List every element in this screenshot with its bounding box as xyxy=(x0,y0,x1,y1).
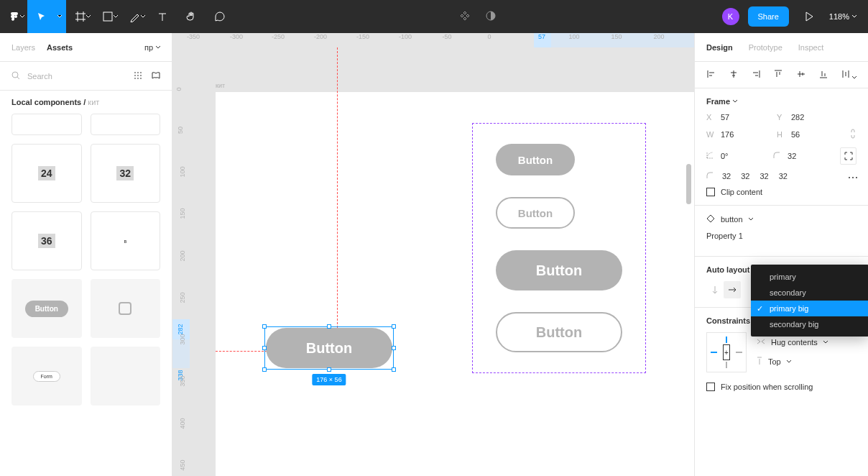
variant-secondary-big[interactable]: Button xyxy=(496,312,622,352)
pages-dropdown[interactable]: пр xyxy=(144,43,160,52)
mask-icon[interactable] xyxy=(485,10,497,23)
vertical-ruler: 0 50 100 150 200 250 282 338 300 350 400… xyxy=(172,47,190,476)
library-icon[interactable] xyxy=(151,71,161,81)
asset-card-32[interactable]: 32 xyxy=(91,144,161,203)
instance-icon xyxy=(706,214,715,224)
asset-card-b[interactable]: в xyxy=(91,211,161,270)
svg-point-5 xyxy=(856,177,857,178)
x-field[interactable]: X57 xyxy=(706,113,771,122)
present-button[interactable] xyxy=(798,12,821,22)
asset-card-square[interactable] xyxy=(91,279,161,338)
menu-chevron-icon[interactable] xyxy=(20,15,27,18)
asset-card-empty[interactable] xyxy=(91,347,161,406)
selection-handle[interactable] xyxy=(392,324,396,329)
tab-prototype[interactable]: Prototype xyxy=(749,43,782,52)
asset-card-36[interactable]: 36 xyxy=(11,211,82,270)
align-vcenter-icon[interactable] xyxy=(796,69,806,81)
canvas-scrollbar[interactable] xyxy=(686,164,691,204)
variant-secondary[interactable]: Button xyxy=(496,197,575,229)
h-field[interactable]: H56 xyxy=(777,130,841,139)
dropdown-option-secondary-big[interactable]: secondary big xyxy=(751,316,868,332)
search-input[interactable] xyxy=(26,71,128,81)
rotation-field[interactable]: 0° xyxy=(706,152,767,160)
constraint-v-dropdown[interactable]: Top xyxy=(757,357,828,367)
hand-tool-button[interactable] xyxy=(177,0,206,33)
shape-chevron-icon[interactable] xyxy=(114,15,121,18)
asset-card-24[interactable]: 24 xyxy=(11,144,82,203)
user-avatar[interactable]: K xyxy=(722,8,739,25)
selection-handle[interactable] xyxy=(327,324,331,329)
tab-layers[interactable]: Layers xyxy=(11,43,35,52)
al-direction-down[interactable] xyxy=(706,281,724,298)
search-icon xyxy=(11,71,20,81)
zoom-control[interactable]: 118% xyxy=(829,12,857,21)
frame-dropdown[interactable]: Frame xyxy=(706,97,857,106)
asset-card-button[interactable]: Button xyxy=(11,279,82,338)
move-chevron-icon[interactable] xyxy=(56,0,66,33)
constraints-widget[interactable]: + xyxy=(706,332,747,372)
property-label: Property 1 xyxy=(706,232,743,240)
y-field[interactable]: Y282 xyxy=(777,113,841,122)
link-wh-icon[interactable] xyxy=(849,129,857,140)
angle-icon xyxy=(706,152,716,160)
left-panel: Layers Assets пр Local components / кит … xyxy=(0,33,172,476)
selection-handle[interactable] xyxy=(262,367,267,372)
variant-primary-big[interactable]: Button xyxy=(496,250,622,290)
resize-h-dropdown[interactable]: Hug contents xyxy=(757,338,828,347)
tab-inspect[interactable]: Inspect xyxy=(798,43,823,52)
clip-content-checkbox[interactable]: Clip content xyxy=(706,188,857,196)
corner-field[interactable]: 32 xyxy=(773,152,834,160)
independent-corners-button[interactable] xyxy=(840,147,857,165)
selection-handle[interactable] xyxy=(392,346,396,350)
text-tool-button[interactable] xyxy=(148,0,177,33)
selection-handle[interactable] xyxy=(392,367,396,372)
selection-handle[interactable] xyxy=(327,367,331,372)
align-top-icon[interactable] xyxy=(773,69,783,81)
tab-design[interactable]: Design xyxy=(706,43,733,52)
top-icon xyxy=(757,357,762,367)
components-icon[interactable] xyxy=(459,10,471,23)
share-button[interactable]: Share xyxy=(748,6,789,27)
variant-set[interactable]: Button Button Button Button xyxy=(472,123,646,373)
selected-instance[interactable]: Button 176 × 56 xyxy=(266,328,392,368)
svg-point-4 xyxy=(852,177,854,178)
comment-tool-button[interactable] xyxy=(206,0,234,33)
corner-tr[interactable]: 32 xyxy=(741,172,749,180)
move-tool-button[interactable] xyxy=(27,0,56,33)
asset-card[interactable] xyxy=(91,114,161,135)
selection-handle[interactable] xyxy=(262,346,267,350)
corner-more-icon[interactable] xyxy=(848,172,858,180)
tab-assets[interactable]: Assets xyxy=(47,43,73,52)
dropdown-option-primary[interactable]: primary xyxy=(751,269,868,285)
w-field[interactable]: W176 xyxy=(706,130,771,139)
align-left-icon[interactable] xyxy=(706,69,716,81)
selection-dimensions: 176 × 56 xyxy=(312,374,346,385)
hug-icon xyxy=(757,338,765,347)
frame-label[interactable]: кит xyxy=(216,82,225,89)
canvas[interactable]: -350 -300 -250 -200 -150 -100 -50 0 57 1… xyxy=(172,33,694,476)
fix-position-checkbox[interactable]: Fix position when scrolling xyxy=(706,383,857,391)
instance-section: button Property 1 xyxy=(695,206,868,257)
selection-handle[interactable] xyxy=(262,324,267,329)
al-direction-right[interactable] xyxy=(724,281,741,298)
variant-primary[interactable]: Button xyxy=(496,144,575,175)
svg-rect-0 xyxy=(103,12,112,21)
asset-card-form[interactable]: Form xyxy=(11,347,82,406)
align-hcenter-icon[interactable] xyxy=(729,69,739,81)
corner-tl[interactable]: 32 xyxy=(722,172,731,180)
horizontal-ruler: -350 -300 -250 -200 -150 -100 -50 0 57 1… xyxy=(190,33,694,47)
dropdown-option-secondary[interactable]: secondary xyxy=(751,285,868,301)
align-right-icon[interactable] xyxy=(751,69,761,81)
frame-chevron-icon[interactable] xyxy=(86,15,93,18)
corner-br[interactable]: 32 xyxy=(760,172,769,180)
align-bottom-icon[interactable] xyxy=(818,69,828,81)
pen-chevron-icon[interactable] xyxy=(141,15,148,18)
component-name-dropdown[interactable]: button xyxy=(721,215,743,224)
list-view-icon[interactable] xyxy=(134,71,144,81)
asset-card[interactable] xyxy=(11,114,82,135)
distribute-icon[interactable] xyxy=(841,69,857,81)
dropdown-option-primary-big[interactable]: primary big xyxy=(751,301,868,316)
breadcrumb[interactable]: Local components / кит xyxy=(0,91,172,114)
corner-bl[interactable]: 32 xyxy=(779,172,788,180)
guide-line xyxy=(216,351,267,352)
